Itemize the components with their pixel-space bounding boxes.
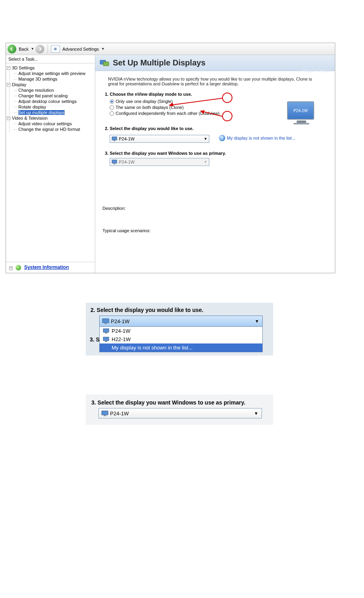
svg-rect-8 — [112, 160, 117, 163]
nvidia-control-panel: Back ▼ ▦ Advanced Settings ▼ Select a Ta… — [6, 43, 335, 273]
display-select[interactable]: P24-1W ▼ — [110, 135, 209, 143]
tree-group-label: Video & Television — [12, 116, 48, 120]
chevron-down-icon: ▼ — [204, 160, 207, 164]
step3-closeup: 3. Select the display you want Windows t… — [86, 395, 273, 425]
dropdown-option-label: My display is not shown in the list... — [112, 345, 193, 351]
svg-rect-15 — [105, 341, 107, 342]
step3-title: 3. Select the display you want Windows t… — [105, 151, 325, 156]
system-information-link[interactable]: + System Information — [6, 262, 95, 273]
tree-group-label: 3D Settings — [12, 65, 35, 70]
tree-item[interactable]: Adjust video colour settings — [10, 121, 94, 126]
monitor-icon — [112, 160, 117, 164]
intro-text: NVIDIA nView technology allows you to sp… — [108, 77, 322, 86]
svg-rect-6 — [112, 137, 117, 140]
step3-title: 3. Select the display you want Windows t… — [91, 399, 269, 406]
tree-item[interactable]: Change flat panel scaling — [10, 93, 94, 99]
dropdown-option-highlighted[interactable]: My display is not shown in the list... — [100, 343, 262, 352]
step2-title: 2. Select the display you would like to … — [91, 307, 269, 313]
task-sidebar: Select a Task... − 3D Settings Adjust im… — [6, 55, 95, 273]
display-help-label: My display is not shown in the list... — [227, 136, 295, 140]
svg-rect-13 — [105, 333, 107, 334]
pane-header: Set Up Multiple Displays — [95, 55, 335, 71]
svg-rect-9 — [114, 164, 115, 164]
primary-display-select[interactable]: P24-1W ▼ — [98, 408, 262, 418]
primary-display-select[interactable]: P24-1W ▼ — [110, 158, 209, 166]
task-tree: − 3D Settings Adjust image settings with… — [6, 63, 95, 262]
dropdown-option-label: H22-1W — [112, 336, 131, 342]
chevron-down-icon: ▼ — [255, 319, 259, 324]
tree-item[interactable]: Adjust image settings with preview — [10, 71, 94, 76]
chevron-down-icon: ▼ — [254, 411, 258, 416]
dropdown-closeup: 2. Select the display you would like to … — [86, 303, 273, 355]
radio-icon — [110, 99, 114, 104]
advanced-settings-icon[interactable]: ▦ — [51, 45, 60, 53]
monitor-icon — [103, 328, 109, 334]
radio-icon — [110, 111, 114, 116]
tree-item[interactable]: Change resolution — [10, 87, 94, 93]
tree-group-label: Display — [12, 82, 26, 87]
tree-item-selected[interactable]: Set up multiple displays — [10, 110, 94, 115]
display-select-value: P24-1W — [119, 136, 135, 141]
svg-rect-7 — [114, 140, 115, 141]
collapse-icon[interactable]: − — [7, 83, 10, 87]
tree-item[interactable]: Rotate display — [10, 104, 94, 110]
advanced-settings-caret[interactable]: ▼ — [101, 47, 104, 51]
main-pane: Set Up Multiple Displays Restore Default… — [95, 55, 335, 273]
svg-marker-3 — [169, 103, 173, 107]
typical-label: Typical usage scenarios: — [102, 228, 325, 233]
forward-button[interactable] — [35, 45, 44, 53]
svg-rect-16 — [102, 411, 108, 415]
svg-rect-14 — [103, 337, 109, 341]
advanced-settings-label[interactable]: Advanced Settings — [62, 47, 99, 51]
description-label: Description: — [102, 206, 325, 211]
display-select-open[interactable]: P24-1W ▼ — [99, 316, 263, 327]
page-title: Set Up Multiple Displays — [113, 58, 205, 67]
help-icon: ? — [219, 135, 225, 141]
svg-rect-11 — [104, 323, 107, 324]
display-help-link[interactable]: ? My display is not shown in the list... — [219, 135, 295, 141]
primary-display-value: P24-1W — [110, 411, 129, 416]
expand-icon[interactable]: + — [9, 266, 13, 270]
annotation-arrow — [198, 108, 230, 120]
system-information-label: System Information — [24, 264, 69, 270]
dropdown-option[interactable]: P24-1W — [100, 327, 262, 335]
radio-icon — [110, 105, 114, 110]
svg-rect-1 — [103, 62, 109, 66]
svg-rect-17 — [104, 415, 106, 416]
step2-title: 2. Select the display you would like to … — [105, 126, 325, 131]
monitor-icon — [103, 337, 109, 342]
tree-group-3d[interactable]: − 3D Settings — [7, 65, 94, 71]
svg-rect-12 — [103, 329, 109, 332]
tree-group-video[interactable]: − Video & Television — [7, 115, 94, 121]
monitor-icon — [102, 318, 109, 324]
display-select-value: P24-1W — [111, 318, 130, 324]
content-area: Select a Task... − 3D Settings Adjust im… — [6, 55, 335, 273]
info-icon — [16, 265, 21, 270]
svg-line-2 — [169, 98, 223, 105]
monitor-label: P24-1W — [293, 109, 308, 113]
pane-body: NVIDIA nView technology allows you to sp… — [95, 71, 335, 239]
monitor-icon — [112, 136, 117, 141]
dropdown-option-label: P24-1W — [112, 328, 130, 334]
back-menu-caret[interactable]: ▼ — [31, 47, 34, 51]
task-header: Select a Task... — [6, 55, 95, 63]
back-button[interactable] — [8, 45, 16, 53]
tree-item[interactable]: Adjust desktop colour settings — [10, 99, 94, 104]
toolbar: Back ▼ ▦ Advanced Settings ▼ — [6, 43, 335, 55]
multiple-displays-icon — [99, 58, 110, 68]
monitor-illustration: P24-1W — [287, 101, 316, 124]
collapse-icon[interactable]: − — [7, 116, 10, 120]
tree-item[interactable]: Manage 3D settings — [10, 76, 94, 82]
tree-item[interactable]: Change the signal or HD format — [10, 126, 94, 132]
monitor-icon — [101, 411, 108, 416]
svg-rect-10 — [102, 319, 109, 323]
tree-group-display[interactable]: − Display — [7, 82, 94, 87]
chevron-down-icon: ▼ — [204, 137, 207, 141]
primary-display-value: P24-1W — [119, 160, 135, 164]
toolbar-separator — [47, 44, 48, 54]
back-label: Back — [19, 47, 28, 51]
collapse-icon[interactable]: − — [7, 66, 10, 70]
